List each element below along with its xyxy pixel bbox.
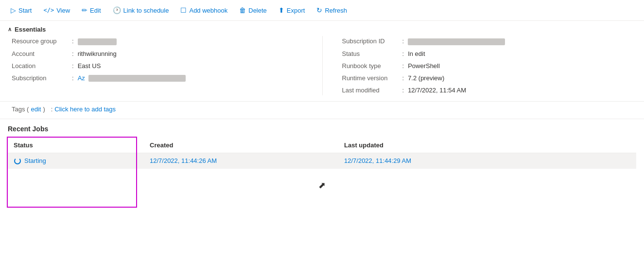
- col-header-last-updated: Last updated: [338, 138, 636, 153]
- view-button[interactable]: </> View: [38, 4, 75, 17]
- essentials-right: Subscription ID : Status : In edit Runbo…: [322, 36, 633, 95]
- last-modified-label: Last modified: [342, 87, 400, 94]
- col-header-status: Status: [8, 138, 144, 153]
- chevron-icon: ∧: [8, 26, 12, 33]
- edit-button[interactable]: ✏ Edit: [77, 4, 105, 17]
- account-label: Account: [12, 50, 70, 57]
- tags-add-link[interactable]: Click here to add tags: [54, 106, 116, 113]
- subscription-id-label: Subscription ID: [342, 37, 400, 45]
- runbook-type-label: Runbook type: [342, 62, 400, 70]
- created-value: 12/7/2022, 11:44:26 AM: [150, 157, 217, 164]
- jobs-table: Status Created Last updated Starting: [8, 138, 636, 169]
- starting-icon: [14, 157, 21, 165]
- refresh-icon: ↻: [316, 6, 322, 14]
- tags-label: Tags (: [12, 106, 29, 113]
- subscription-row: Subscription : Az: [12, 73, 322, 84]
- status-row: Status : In edit: [342, 49, 633, 59]
- runtime-version-row: Runtime version : 7.2 (preview): [342, 73, 633, 83]
- view-icon: </>: [43, 7, 54, 14]
- start-icon: ▷: [11, 6, 16, 14]
- essentials-grid: Resource group : Account : rithwikrunnin…: [0, 36, 644, 101]
- delete-button[interactable]: 🗑 Delete: [234, 4, 272, 17]
- location-value: East US: [78, 62, 101, 70]
- essentials-header[interactable]: ∧ Essentials: [0, 21, 644, 36]
- created-cell: 12/7/2022, 11:44:26 AM: [144, 153, 338, 169]
- essentials-left: Resource group : Account : rithwikrunnin…: [12, 36, 322, 95]
- table-row: Starting 12/7/2022, 11:44:26 AM 12/7/202…: [8, 153, 636, 169]
- resource-group-value[interactable]: [78, 37, 117, 45]
- last-updated-cell: 12/7/2022, 11:44:29 AM: [338, 153, 636, 169]
- tags-edit-link[interactable]: edit: [31, 106, 41, 113]
- add-webhook-button[interactable]: ☐ Add webhook: [175, 4, 232, 17]
- start-button[interactable]: ▷ Start: [6, 4, 36, 17]
- runtime-version-value: 7.2 (preview): [408, 74, 444, 82]
- status-cell: Starting: [8, 153, 144, 169]
- mouse-cursor: ⬈: [318, 180, 326, 190]
- recent-jobs-section: Recent Jobs Status Created Last updated: [0, 119, 644, 170]
- runbook-type-row: Runbook type : PowerShell: [342, 61, 633, 71]
- export-icon: ⬆: [278, 6, 284, 14]
- status-value: In edit: [408, 50, 425, 57]
- last-modified-value: 12/7/2022, 11:54 AM: [408, 87, 466, 94]
- webhook-icon: ☐: [180, 6, 187, 14]
- subscription-id-row: Subscription ID :: [342, 36, 633, 47]
- status-value: Starting: [24, 157, 46, 164]
- subscription-id-value: [408, 37, 505, 45]
- status-label: Status: [342, 50, 400, 57]
- refresh-button[interactable]: ↻ Refresh: [312, 4, 352, 17]
- toolbar: ▷ Start </> View ✏ Edit 🕐 Link to schedu…: [0, 0, 644, 21]
- runtime-version-label: Runtime version: [342, 74, 400, 82]
- resource-group-row: Resource group :: [12, 36, 322, 47]
- clock-icon: 🕐: [113, 6, 121, 14]
- link-schedule-button[interactable]: 🕐 Link to schedule: [108, 4, 174, 17]
- edit-icon: ✏: [82, 6, 87, 14]
- last-modified-row: Last modified : 12/7/2022, 11:54 AM: [342, 85, 633, 95]
- last-updated-value: 12/7/2022, 11:44:29 AM: [344, 157, 411, 164]
- col-header-created: Created: [144, 138, 338, 153]
- recent-jobs-title: Recent Jobs: [8, 125, 636, 133]
- tags-row: Tags ( edit ) : Click here to add tags: [0, 101, 644, 119]
- export-button[interactable]: ⬆ Export: [274, 4, 310, 17]
- resource-group-label: Resource group: [12, 37, 70, 45]
- runbook-type-value: PowerShell: [408, 62, 440, 70]
- delete-icon: 🗑: [239, 6, 246, 14]
- location-row: Location : East US: [12, 61, 322, 71]
- account-value: rithwikrunning: [78, 50, 117, 57]
- essentials-title: Essentials: [15, 26, 46, 33]
- account-row: Account : rithwikrunning: [12, 49, 322, 59]
- location-label: Location: [12, 62, 70, 70]
- subscription-link[interactable]: Az: [78, 74, 186, 82]
- subscription-label: Subscription: [12, 74, 70, 82]
